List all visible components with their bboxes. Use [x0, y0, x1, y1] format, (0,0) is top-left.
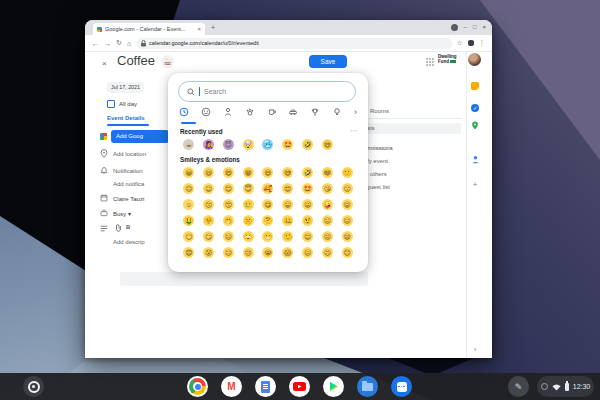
- food-category-icon[interactable]: [267, 107, 277, 117]
- emoji-button[interactable]: 😇: [243, 183, 254, 194]
- emoji-button[interactable]: 😉: [203, 183, 214, 194]
- emoji-button[interactable]: 😁: [243, 167, 254, 178]
- forward-icon[interactable]: →: [104, 40, 111, 47]
- description-field[interactable]: [120, 272, 368, 286]
- emoji-button[interactable]: ☕: [183, 139, 194, 150]
- busy-dropdown[interactable]: Busy ▾: [113, 210, 131, 217]
- emoji-button[interactable]: 😐: [322, 215, 333, 226]
- back-icon[interactable]: ←: [92, 40, 99, 47]
- emoji-button[interactable]: 🤗: [203, 215, 214, 226]
- event-close-button[interactable]: ×: [102, 59, 107, 68]
- emoji-button[interactable]: 😱: [282, 247, 293, 258]
- next-categories-icon[interactable]: ›: [354, 107, 357, 117]
- bold-icon[interactable]: B: [126, 224, 130, 230]
- collapse-rail-icon[interactable]: ›: [470, 345, 480, 354]
- close-window-button[interactable]: ×: [482, 24, 486, 31]
- maximize-button[interactable]: □: [473, 24, 477, 31]
- emoji-button[interactable]: 🙂: [342, 167, 353, 178]
- more-options-icon[interactable]: ⋯: [350, 127, 358, 135]
- minimize-button[interactable]: –: [464, 24, 467, 31]
- play-store-icon[interactable]: [323, 376, 344, 397]
- emoji-button[interactable]: 😜: [302, 199, 313, 210]
- emoji-button[interactable]: 😗: [342, 183, 353, 194]
- emoji-button[interactable]: 😂: [322, 167, 333, 178]
- emoji-button[interactable]: 😅: [322, 139, 333, 150]
- status-tray[interactable]: 12:30: [537, 376, 594, 397]
- contacts-icon[interactable]: [470, 150, 480, 168]
- emoji-button[interactable]: 😝: [342, 199, 353, 210]
- stylus-tools-button[interactable]: ✎: [508, 376, 529, 397]
- emoji-button[interactable]: 🤨: [302, 215, 313, 226]
- new-tab-button[interactable]: +: [211, 24, 215, 31]
- emoji-button[interactable]: 😚: [203, 199, 214, 210]
- save-button[interactable]: Save: [309, 55, 347, 68]
- emoji-button[interactable]: 😨: [183, 247, 194, 258]
- emoji-button[interactable]: 😍: [282, 183, 293, 194]
- files-icon[interactable]: [357, 376, 378, 397]
- add-notification[interactable]: Add notifica: [113, 181, 144, 187]
- emoji-button[interactable]: 🤩: [302, 183, 313, 194]
- emoji-button[interactable]: 🙄: [243, 231, 254, 242]
- emoji-button[interactable]: 🥶: [262, 139, 273, 150]
- emoji-button[interactable]: 🤩: [282, 139, 293, 150]
- apps-grid-icon[interactable]: [426, 58, 434, 66]
- emoji-button[interactable]: 😥: [223, 247, 234, 258]
- paperclip-icon[interactable]: [115, 224, 122, 232]
- emoji-button[interactable]: 😔: [322, 231, 333, 242]
- emoji-button[interactable]: 🙃: [183, 183, 194, 194]
- emoji-button[interactable]: 👩‍🎤: [203, 139, 214, 150]
- emoji-button[interactable]: 😏: [203, 231, 214, 242]
- emoji-button[interactable]: 🤣: [302, 167, 313, 178]
- chrome-icon[interactable]: [187, 376, 208, 397]
- tab-close-icon[interactable]: ×: [197, 26, 201, 32]
- emoji-button[interactable]: 🤐: [282, 215, 293, 226]
- emoji-button[interactable]: 😌: [302, 231, 313, 242]
- home-icon[interactable]: ⌂: [127, 40, 131, 47]
- objects-category-icon[interactable]: [332, 107, 342, 117]
- emoji-button[interactable]: 😰: [203, 247, 214, 258]
- smileys-category-icon[interactable]: [201, 107, 211, 117]
- emoji-button[interactable]: 😋: [262, 199, 273, 210]
- reload-icon[interactable]: ↻: [116, 39, 122, 47]
- extension-icon[interactable]: [468, 40, 474, 46]
- emoji-button[interactable]: ☺: [183, 199, 194, 210]
- browser-menu-icon[interactable]: ⋮: [479, 39, 486, 47]
- emoji-button[interactable]: 😒: [223, 231, 234, 242]
- browser-profile-icon[interactable]: [451, 24, 458, 31]
- add-addon-icon[interactable]: +: [470, 180, 480, 189]
- add-location[interactable]: Add location: [113, 151, 146, 157]
- recent-clock-icon[interactable]: [179, 107, 189, 117]
- emoji-button[interactable]: 🤯: [243, 139, 254, 150]
- emoji-button[interactable]: 😊: [223, 183, 234, 194]
- emoji-button[interactable]: 😖: [302, 247, 313, 258]
- emoji-button[interactable]: 😑: [342, 215, 353, 226]
- emoji-button[interactable]: 😣: [322, 247, 333, 258]
- emoji-button[interactable]: 😶: [183, 231, 194, 242]
- youtube-icon[interactable]: [289, 376, 310, 397]
- tasks-icon[interactable]: ✓: [470, 96, 480, 114]
- emoji-button[interactable]: 😙: [223, 199, 234, 210]
- maps-icon[interactable]: [470, 116, 480, 134]
- docs-icon[interactable]: [255, 376, 276, 397]
- keep-icon[interactable]: [470, 76, 480, 94]
- emoji-button[interactable]: 🥰: [262, 183, 273, 194]
- emoji-button[interactable]: 🤭: [223, 215, 234, 226]
- emoji-search-input[interactable]: Search: [178, 81, 356, 102]
- emoji-button[interactable]: 😅: [282, 167, 293, 178]
- add-meet-button[interactable]: Add Goog: [111, 130, 169, 143]
- activities-category-icon[interactable]: [310, 107, 320, 117]
- emoji-button[interactable]: 🤔: [262, 215, 273, 226]
- emoji-button[interactable]: 🥲: [243, 199, 254, 210]
- event-title[interactable]: Coffee: [117, 53, 155, 68]
- tab-event-details[interactable]: Event Details: [107, 115, 145, 121]
- emoji-button[interactable]: 🤣: [302, 139, 313, 150]
- emoji-button[interactable]: 😄: [223, 167, 234, 178]
- emoji-button[interactable]: 😀: [183, 167, 194, 178]
- date-field[interactable]: Jul 17, 2021: [107, 82, 144, 93]
- messages-icon[interactable]: [391, 376, 412, 397]
- people-category-icon[interactable]: [223, 107, 233, 117]
- all-day-checkbox[interactable]: [107, 100, 115, 108]
- emoji-button[interactable]: 😃: [203, 167, 214, 178]
- emoji-button[interactable]: 😘: [322, 183, 333, 194]
- emoji-button[interactable]: 😬: [262, 231, 273, 242]
